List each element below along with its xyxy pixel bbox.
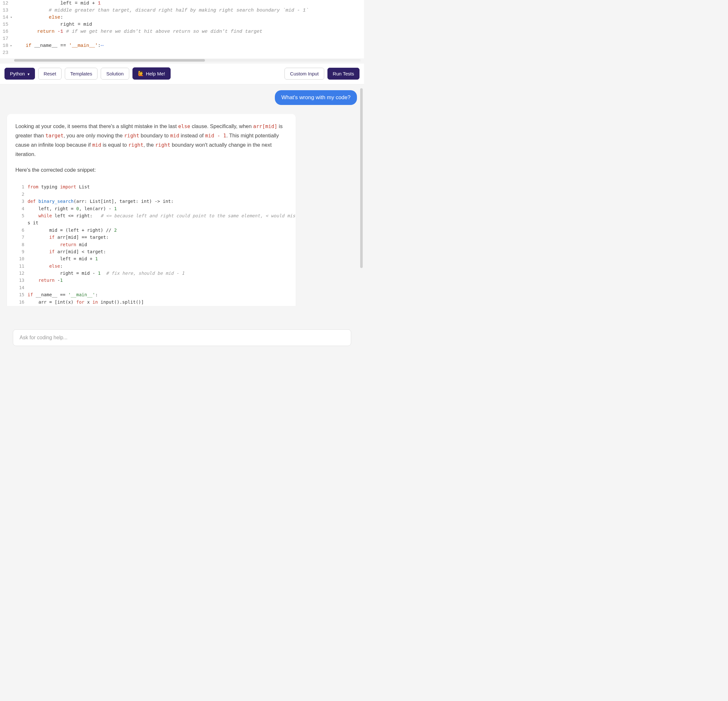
snippet-line: 14 (15, 284, 287, 291)
help-label: Help Me! (146, 71, 165, 77)
inline-code: else (178, 123, 191, 129)
snippet-line: 7 if arr[mid] == target: (15, 234, 287, 241)
snippet-line: 10 left = mid + 1 (15, 255, 287, 262)
code-content[interactable]: # middle greater than target, discard ri… (14, 7, 364, 14)
code-line[interactable]: 23 (0, 49, 364, 56)
snippet-line: 1from typing import List (15, 183, 287, 190)
fold-arrow-icon[interactable]: ▸ (9, 42, 12, 49)
snippet-line: 4 left, right = 0, len(arr) - 1 (15, 205, 287, 212)
templates-button[interactable]: Templates (65, 68, 97, 80)
code-line[interactable]: 16 return -1 # if we get here we didn't … (0, 28, 364, 35)
editor-horizontal-scrollbar[interactable] (14, 59, 361, 62)
snippet-line: 11 else: (15, 262, 287, 269)
snippet-line: 16 arr = [int(x) for x in input().split(… (15, 298, 287, 306)
snippet-line: s it (15, 219, 287, 226)
assistant-paragraph-1: Looking at your code, it seems that ther… (15, 122, 287, 159)
code-content[interactable]: left = mid + 1 (14, 0, 364, 7)
help-me-button[interactable]: 🙋 Help Me! (133, 67, 170, 80)
chat-input-area (13, 329, 351, 346)
assistant-message: Looking at your code, it seems that ther… (7, 114, 296, 306)
run-tests-button[interactable]: Run Tests (328, 68, 360, 80)
line-number: 13 (0, 7, 14, 14)
snippet-line: 8 return mid (15, 241, 287, 248)
inline-code: mid (170, 133, 179, 139)
snippet-line: 9 if arr[mid] < target: (15, 248, 287, 255)
inline-code: right (155, 142, 170, 148)
code-editor[interactable]: 12 left = mid + 113 # middle greater tha… (0, 0, 364, 58)
snippet-line: 12 right = mid - 1 # fix here, should be… (15, 269, 287, 277)
snippet-line: 3def binary_search(arr: List[int], targe… (15, 198, 287, 205)
assistant-paragraph-2: Here's the corrected code snippet: (15, 165, 287, 175)
inline-code: target (46, 133, 64, 139)
solution-button[interactable]: Solution (101, 68, 129, 80)
line-number: 14▾ (0, 14, 14, 21)
line-number: 15 (0, 21, 14, 28)
custom-input-button[interactable]: Custom Input (285, 68, 324, 80)
language-dropdown[interactable]: Python ▾ (4, 68, 35, 80)
code-line[interactable]: 12 left = mid + 1 (0, 0, 364, 7)
snippet-line: 6 mid = (left + right) // 2 (15, 227, 287, 234)
snippet-line: 13 return -1 (15, 277, 287, 284)
code-line[interactable]: 14▾ else: (0, 14, 364, 21)
toolbar: Python ▾ Reset Templates Solution 🙋 Help… (0, 64, 364, 84)
snippet-line: 17 target = int(input()) (15, 306, 287, 306)
code-content[interactable]: right = mid (14, 21, 364, 28)
line-number: 16 (0, 28, 14, 35)
code-content[interactable]: return -1 # if we get here we didn't hit… (14, 28, 364, 35)
language-label: Python (10, 71, 25, 77)
chat-vertical-scrollbar[interactable] (360, 88, 363, 268)
code-snippet: 1from typing import List23def binary_sea… (15, 183, 287, 306)
code-line[interactable]: 18▸ if __name__ == '__main__':↔ (0, 42, 364, 49)
inline-code: mid (92, 142, 101, 148)
code-line[interactable]: 13 # middle greater than target, discard… (0, 7, 364, 14)
snippet-line: 2 (15, 191, 287, 198)
snippet-line: 5 while left <= right: # <= because left… (15, 212, 287, 219)
inline-code: right (128, 142, 143, 148)
code-content[interactable]: else: (14, 14, 364, 21)
line-number: 17 (0, 35, 14, 42)
chat-area: What's wrong with my code? Looking at yo… (0, 84, 364, 306)
fold-arrow-icon[interactable]: ▾ (9, 14, 12, 21)
inline-code: right (124, 133, 139, 139)
code-content[interactable] (14, 49, 364, 56)
code-line[interactable]: 15 right = mid (0, 21, 364, 28)
scrollbar-thumb[interactable] (14, 59, 205, 62)
inline-code: mid - 1 (205, 133, 227, 139)
code-line[interactable]: 17 (0, 35, 364, 42)
code-content[interactable]: if __name__ == '__main__':↔ (14, 42, 364, 49)
chat-input[interactable] (13, 329, 351, 346)
chevron-down-icon: ▾ (27, 72, 29, 77)
person-raising-hand-icon: 🙋 (138, 71, 144, 77)
reset-button[interactable]: Reset (38, 68, 62, 80)
user-message: What's wrong with my code? (275, 90, 357, 105)
line-number: 18▸ (0, 42, 14, 49)
snippet-line: 15if __name__ == '__main__': (15, 291, 287, 298)
line-number: 12 (0, 0, 14, 7)
line-number: 23 (0, 49, 14, 56)
inline-code: arr[mid] (253, 123, 277, 129)
code-content[interactable] (14, 35, 364, 42)
